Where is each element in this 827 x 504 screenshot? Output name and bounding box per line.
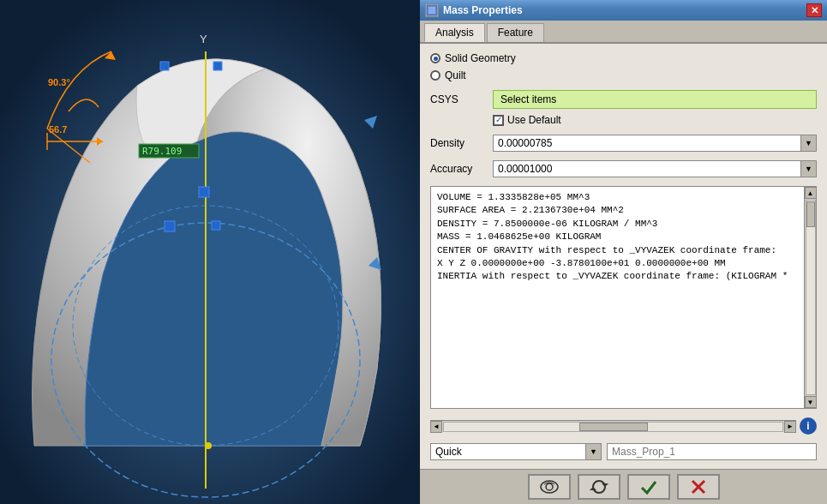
scrollbar-up-button[interactable]: ▲	[805, 187, 817, 199]
h-scrollbar-right-button[interactable]: ►	[784, 421, 796, 433]
svg-text:R79.109: R79.109	[142, 146, 182, 157]
density-row: Density 0.00000785 ▼	[430, 135, 817, 152]
svg-rect-6	[165, 221, 175, 231]
accuracy-row: Accuracy 0.00001000 ▼	[430, 160, 817, 177]
dialog-title-bar: Mass Properties ✕	[420, 0, 827, 21]
scrollbar-track	[806, 200, 816, 395]
accuracy-dropdown-arrow[interactable]: ▼	[800, 161, 816, 177]
scrollbar-thumb[interactable]	[806, 201, 815, 227]
info-button[interactable]: i	[800, 417, 817, 435]
svg-point-18	[205, 442, 212, 449]
content-area: Solid Geometry Quilt CSYS Select items U…	[420, 44, 827, 469]
csys-row: CSYS Select items	[430, 90, 817, 109]
accuracy-value: 0.00001000	[494, 161, 800, 177]
output-line-6: CENTER OF GRAVITY with respect to _VYVAZ…	[437, 244, 798, 257]
svg-rect-7	[212, 221, 220, 230]
density-label: Density	[430, 137, 486, 149]
use-default-checkbox[interactable]	[493, 115, 504, 126]
h-scrollbar-track	[443, 422, 783, 432]
svg-rect-9	[160, 62, 169, 70]
svg-text:Y: Y	[200, 33, 207, 45]
svg-rect-8	[213, 62, 222, 70]
name-field[interactable]	[607, 443, 817, 460]
scrollbar-down-button[interactable]: ▼	[805, 396, 817, 408]
h-scroll-row: ◄ ► i	[430, 417, 817, 435]
output-line-7: X Y Z 0.0000000e+00 -3.8780100e+01 0.000…	[437, 257, 798, 270]
use-default-label: Use Default	[507, 114, 561, 126]
density-dropdown[interactable]: 0.00000785 ▼	[493, 135, 817, 152]
cancel-button[interactable]	[677, 474, 720, 500]
mass-properties-dialog: Mass Properties ✕ Analysis Feature Solid…	[420, 0, 827, 504]
output-line-3: DENSITY = 7.8500000e-06 KILOGRAM / MM^3	[437, 218, 798, 231]
csys-label: CSYS	[430, 93, 486, 105]
select-items-button[interactable]: Select items	[493, 90, 817, 109]
svg-text:56.7: 56.7	[49, 124, 67, 135]
density-dropdown-arrow[interactable]: ▼	[800, 135, 816, 151]
quick-dropdown-arrow[interactable]: ▼	[585, 444, 601, 459]
accuracy-dropdown[interactable]: 0.00001000 ▼	[493, 160, 817, 177]
svg-text:90.3°: 90.3°	[48, 77, 70, 87]
quilt-radio[interactable]	[430, 70, 440, 81]
output-line-4: MASS = 1.0468625e+00 KILOGRAM	[437, 231, 798, 243]
svg-marker-24	[590, 487, 596, 490]
output-area: VOLUME = 1.3335828e+05 MM^3 SURFACE AREA…	[430, 186, 817, 409]
tab-analysis[interactable]: Analysis	[424, 23, 485, 42]
solid-geometry-label: Solid Geometry	[445, 52, 516, 64]
h-scrollbar[interactable]: ◄ ►	[430, 420, 796, 432]
output-scrollbar[interactable]: ▲ ▼	[804, 187, 816, 408]
h-scrollbar-thumb[interactable]	[579, 423, 648, 431]
quick-value: Quick	[431, 444, 585, 459]
svg-marker-23	[602, 483, 608, 487]
quick-dropdown[interactable]: Quick ▼	[430, 443, 602, 460]
solid-geometry-row: Solid Geometry	[430, 52, 817, 64]
svg-rect-5	[199, 187, 209, 197]
quilt-row: Quilt	[430, 69, 817, 81]
dialog-icon	[425, 3, 439, 17]
h-scrollbar-left-button[interactable]: ◄	[430, 421, 442, 433]
close-button[interactable]: ✕	[806, 3, 822, 17]
ok-button[interactable]	[627, 474, 670, 500]
svg-point-22	[546, 483, 553, 490]
output-text: VOLUME = 1.3335828e+05 MM^3 SURFACE AREA…	[431, 187, 804, 408]
output-line-9: INERTIA with respect to _VYVAZEK coordin…	[437, 270, 798, 283]
quilt-label: Quilt	[445, 69, 466, 81]
svg-rect-20	[428, 7, 435, 14]
tab-bar: Analysis Feature	[420, 21, 827, 44]
tab-feature[interactable]: Feature	[487, 23, 544, 42]
bottom-row: Quick ▼	[430, 443, 817, 460]
action-buttons-bar	[420, 469, 827, 504]
accuracy-label: Accuracy	[430, 163, 486, 175]
csys-field: Select items	[493, 90, 817, 109]
use-default-row: Use Default	[493, 114, 817, 126]
density-value: 0.00000785	[494, 135, 800, 151]
output-line-1: VOLUME = 1.3335828e+05 MM^3	[437, 191, 798, 204]
cad-viewport: Y R79.109 90.3° 56.7	[0, 0, 420, 504]
refresh-button[interactable]	[578, 474, 620, 500]
preview-button[interactable]	[528, 474, 571, 500]
dialog-title: Mass Properties	[443, 4, 523, 16]
title-bar-left: Mass Properties	[425, 3, 523, 17]
solid-geometry-radio[interactable]	[430, 53, 440, 63]
output-line-2: SURFACE AREA = 2.2136730e+04 MM^2	[437, 204, 798, 217]
